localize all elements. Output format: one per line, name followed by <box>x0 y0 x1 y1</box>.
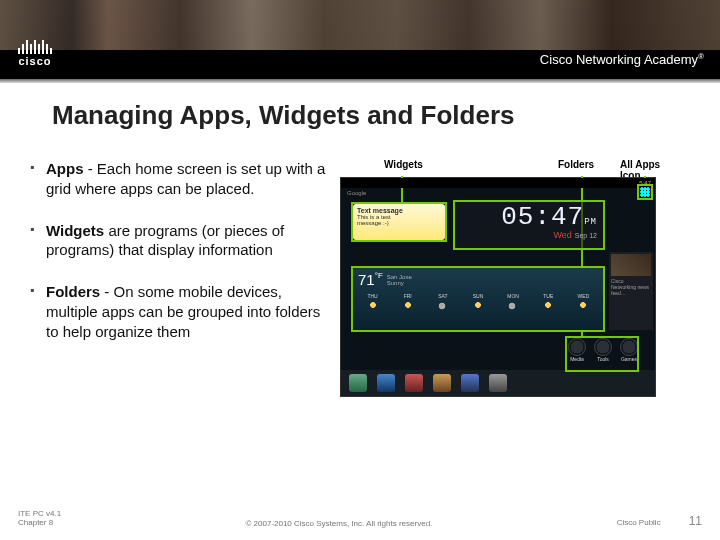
folder-item: Games <box>619 338 639 366</box>
cisco-logo: cisco <box>18 38 52 67</box>
dock-app-icon <box>461 374 479 392</box>
bullet-list: Apps - Each home screen is set up with a… <box>28 159 326 397</box>
folder-icon <box>594 338 612 356</box>
folder-item: Media <box>567 338 587 366</box>
footer-left: ITE PC v4.1 Chapter 8 <box>18 509 61 528</box>
footer-right: Cisco Public 11 <box>617 514 702 528</box>
folder-icon <box>568 338 586 356</box>
folder-icon <box>620 338 638 356</box>
header-banner: cisco Cisco Networking Academy® <box>0 0 720 78</box>
search-bar: Google <box>347 190 366 200</box>
figure-callout-labels: Widgets Folders All Apps Icon <box>340 159 672 175</box>
dock-app-icon <box>349 374 367 392</box>
bullet-apps: Apps - Each home screen is set up with a… <box>28 159 326 199</box>
program-name: Cisco Networking Academy® <box>540 52 704 67</box>
slide-title: Managing Apps, Widgets and Folders <box>52 100 692 131</box>
slide-content: Managing Apps, Widgets and Folders Apps … <box>0 100 720 397</box>
news-widget: Cisco Networking news feed… <box>609 252 653 330</box>
footer-classification: Cisco Public <box>617 518 661 527</box>
forecast-row: THU FRI SAT SUN MON TUE WED <box>353 291 603 311</box>
sms-widget: Text message This is a test message :-) <box>353 204 445 240</box>
slide-footer: ITE PC v4.1 Chapter 8 © 2007-2010 Cisco … <box>18 509 702 528</box>
callout-folders: Folders <box>558 159 594 170</box>
weather-widget: 71°F San JoseSunny THU FRI SAT SUN MON T… <box>353 268 603 330</box>
app-dock <box>341 370 655 396</box>
bullet-folders: Folders - On some mobile devices, multip… <box>28 282 326 341</box>
page-number: 11 <box>689 514 702 528</box>
cisco-wordmark: cisco <box>18 55 51 67</box>
footer-copyright: © 2007-2010 Cisco Systems, Inc. All righ… <box>245 519 432 528</box>
callout-widgets: Widgets <box>384 159 423 170</box>
all-apps-icon <box>639 186 651 198</box>
tablet-figure: Widgets Folders All Apps Icon 5:47 Googl… <box>340 159 672 397</box>
cisco-bridge-icon <box>18 38 52 54</box>
tablet-screenshot: 5:47 Google Text message This is a test … <box>340 177 656 397</box>
dock-app-icon <box>433 374 451 392</box>
dock-app-icon <box>405 374 423 392</box>
bullet-widgets: Widgets are programs (or pieces of progr… <box>28 221 326 261</box>
dock-app-icon <box>377 374 395 392</box>
dock-app-icon <box>489 374 507 392</box>
clock-widget: 05:47PM WedSep 12 <box>455 202 603 248</box>
header-photo-strip <box>0 0 720 56</box>
header-divider <box>0 78 720 83</box>
folder-item: Tools <box>593 338 613 366</box>
status-bar: 5:47 <box>341 178 655 188</box>
folder-row: Media Tools Games <box>567 338 639 366</box>
